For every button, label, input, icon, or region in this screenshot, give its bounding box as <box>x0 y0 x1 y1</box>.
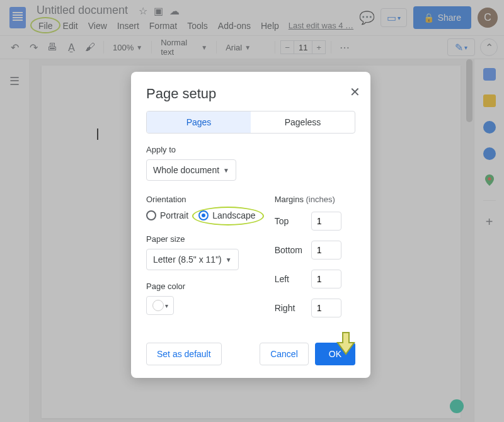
margin-top-label: Top <box>275 216 311 226</box>
close-button[interactable]: ✕ <box>350 84 360 100</box>
apply-to-label: Apply to <box>146 145 355 154</box>
dialog-tabs: Pages Pageless <box>146 111 355 134</box>
paper-size-value: Letter (8.5" x 11") <box>153 254 222 265</box>
orientation-label: Orientation <box>146 195 256 204</box>
page-color-label: Page color <box>146 282 256 291</box>
dialog-title: Page setup <box>146 86 355 102</box>
paper-size-select[interactable]: Letter (8.5" x 11") ▼ <box>146 249 239 270</box>
page-color-picker[interactable]: ▾ <box>146 296 174 315</box>
radio-icon <box>198 210 209 220</box>
margin-left-input[interactable] <box>311 270 341 288</box>
apply-to-value: Whole document <box>153 165 219 175</box>
margins-label: Margins (inches) <box>275 195 355 204</box>
orientation-portrait-radio[interactable]: Portrait <box>146 210 188 220</box>
margin-bottom-input[interactable] <box>311 241 341 259</box>
paper-size-label: Paper size <box>146 234 256 244</box>
margin-right-input[interactable] <box>311 299 341 317</box>
apply-to-select[interactable]: Whole document ▼ <box>146 159 236 181</box>
chevron-down-icon: ▼ <box>226 256 232 263</box>
set-default-button[interactable]: Set as default <box>146 343 222 365</box>
margin-left-label: Left <box>275 274 311 284</box>
tab-pages[interactable]: Pages <box>147 111 251 133</box>
tab-pageless[interactable]: Pageless <box>251 111 355 133</box>
radio-icon <box>146 210 156 220</box>
ok-button[interactable]: OK <box>315 343 355 365</box>
cancel-button[interactable]: Cancel <box>260 343 309 365</box>
color-swatch-icon <box>152 300 164 311</box>
landscape-label: Landscape <box>212 210 256 220</box>
margin-top-input[interactable] <box>311 212 341 231</box>
orientation-landscape-radio[interactable]: Landscape <box>198 210 256 220</box>
portrait-label: Portrait <box>160 210 188 220</box>
margin-bottom-label: Bottom <box>275 245 311 255</box>
chevron-down-icon: ▼ <box>223 167 229 174</box>
page-setup-dialog: Page setup ✕ Pages Pageless Apply to Who… <box>131 72 370 378</box>
chevron-down-icon: ▾ <box>165 302 168 309</box>
margin-right-label: Right <box>275 303 311 313</box>
